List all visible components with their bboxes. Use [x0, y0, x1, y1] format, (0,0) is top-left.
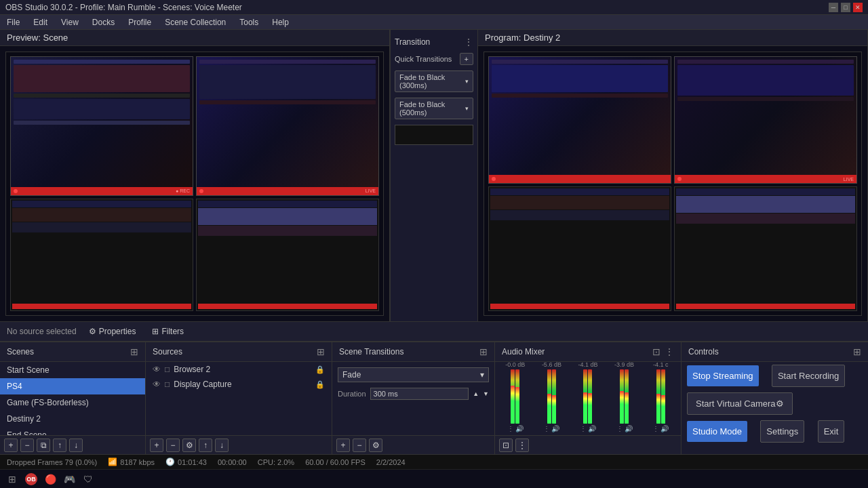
scene-item-game[interactable]: Game (FS-Borderless) — [0, 394, 145, 411]
add-quick-transition-button[interactable]: + — [460, 53, 473, 65]
filters-button[interactable]: ⊞ Filters — [148, 325, 188, 338]
menu-docks[interactable]: Docks — [90, 16, 117, 28]
fader-bar-destiny-r[interactable] — [552, 369, 556, 424]
mute-btn-app[interactable]: ⋮ — [507, 425, 514, 432]
fader-bar-mic1-l[interactable] — [583, 369, 587, 424]
obs-taskbar-icon[interactable]: OB — [24, 472, 38, 486]
scenes-toolbar: + − ⧉ ↑ ↓ — [0, 435, 145, 454]
duration-input[interactable]: 300 ms — [370, 388, 469, 400]
transition-type-select[interactable]: Fade ▾ — [338, 367, 489, 382]
fader-bar-app-l[interactable] — [511, 369, 515, 424]
scene-item-destiny2[interactable]: Destiny 2 — [0, 411, 145, 427]
transition-settings-button[interactable]: ⚙ — [369, 439, 382, 452]
mute-btn-destiny[interactable]: ⋮ — [543, 425, 550, 432]
fader-bar-mic2-l[interactable] — [620, 369, 624, 424]
audio-settings-btn[interactable]: ⋮ — [515, 439, 529, 452]
audio-monitor-btn[interactable]: ⊡ — [499, 439, 513, 452]
remove-transition-button[interactable]: − — [353, 439, 366, 452]
menu-edit[interactable]: Edit — [31, 16, 50, 28]
settings-button[interactable]: Settings — [760, 420, 804, 443]
lock-icon-2[interactable]: 🔒 — [315, 380, 325, 389]
exit-button[interactable]: Exit — [818, 420, 845, 443]
source-item-browser2[interactable]: 👁 □ Browser 2 🔒 — [146, 362, 332, 377]
program-canvas: LIVE — [478, 46, 867, 321]
clock-icon: 🕐 — [165, 458, 175, 466]
speaker-icon-mic1[interactable]: 🔊 — [588, 425, 596, 432]
scene-item-end-scene[interactable]: End Scene — [0, 427, 145, 435]
fade-to-black-500-dropdown[interactable]: Fade to Black (500ms) ▾ — [395, 98, 473, 119]
fader-bar-rumble-l[interactable] — [656, 369, 660, 424]
fade-to-black-300-dropdown[interactable]: Fade to Black (300ms) ▾ — [395, 70, 473, 92]
mute-btn-rumble[interactable]: ⋮ — [652, 425, 659, 432]
minimize-button[interactable]: ─ — [829, 3, 838, 12]
preview-canvas[interactable]: ● REC LIVE — [0, 46, 389, 321]
duplicate-scene-button[interactable]: ⧉ — [37, 439, 50, 452]
audio-monitor-icon[interactable]: ⊡ — [652, 346, 660, 357]
speaker-icon-app[interactable]: 🔊 — [515, 425, 524, 432]
shield-taskbar-icon[interactable]: 🛡 — [81, 472, 95, 486]
mute-btn-mic1[interactable]: ⋮ — [580, 425, 587, 432]
scene-item-start-scene[interactable]: Start Scene — [0, 362, 145, 378]
channel-controls-app: ⋮ 🔊 — [507, 425, 524, 432]
properties-icon: ⚙ — [89, 327, 96, 336]
sources-panel-menu-icon[interactable]: ⊞ — [317, 346, 325, 357]
prog-panel-3 — [488, 186, 671, 311]
start-icon[interactable]: ⊞ — [5, 472, 19, 486]
channel-level-destiny: -5.6 dB — [542, 362, 561, 368]
transition-title: Transition — [395, 37, 430, 47]
properties-bar: No source selected ⚙ Properties ⊞ Filter… — [0, 321, 868, 342]
menu-tools[interactable]: Tools — [237, 16, 261, 28]
close-button[interactable]: ✕ — [853, 3, 863, 12]
studio-mode-button[interactable]: Studio Mode — [687, 421, 747, 442]
start-virtual-camera-button[interactable]: Start Virtual Camera ⚙ — [687, 392, 793, 415]
move-source-up-button[interactable]: ↑ — [199, 439, 212, 452]
speaker-icon-rumble[interactable]: 🔊 — [660, 425, 669, 432]
time-elapsed-label: 01:01:43 — [178, 458, 207, 466]
mute-btn-mic2[interactable]: ⋮ — [616, 425, 623, 432]
browser-taskbar-icon[interactable]: 🔴 — [43, 472, 57, 486]
game-taskbar-icon[interactable]: 🎮 — [62, 472, 76, 486]
fader-bar-app-r[interactable] — [515, 369, 519, 424]
fader-bar-rumble-r[interactable] — [661, 369, 665, 424]
start-recording-button[interactable]: Start Recording — [772, 365, 845, 387]
maximize-button[interactable]: □ — [841, 3, 850, 12]
visibility-icon[interactable]: 👁 — [153, 365, 161, 374]
add-scene-button[interactable]: + — [4, 439, 18, 452]
add-transition-button[interactable]: + — [336, 439, 350, 452]
move-source-down-button[interactable]: ↓ — [215, 439, 229, 452]
lock-icon[interactable]: 🔒 — [315, 365, 325, 374]
menu-view[interactable]: View — [58, 16, 81, 28]
add-source-button[interactable]: + — [150, 439, 163, 452]
fader-bar-mic1-r[interactable] — [588, 369, 592, 424]
audio-channels-container: ApplicationAudio -0.0 dB ⋮ 🔊 — [495, 362, 681, 435]
scene-item-ps4[interactable]: PS4 — [0, 378, 145, 394]
visibility-icon-2[interactable]: 👁 — [153, 380, 161, 389]
speaker-icon-destiny[interactable]: 🔊 — [551, 425, 559, 432]
properties-button[interactable]: ⚙ Properties — [85, 325, 140, 338]
source-settings-button[interactable]: ⚙ — [182, 439, 196, 452]
remove-scene-button[interactable]: − — [20, 439, 34, 452]
duration-up-icon[interactable]: ▲ — [473, 390, 479, 397]
remove-source-button[interactable]: − — [166, 439, 180, 452]
thumb-panel-1: ● REC — [10, 56, 193, 196]
source-item-display-capture[interactable]: 👁 □ Display Capture 🔒 — [146, 377, 332, 392]
audio-toolbar: ⊡ ⋮ — [495, 435, 681, 454]
controls-panel: Controls ⊞ Stop Streaming Start Recordin… — [682, 342, 868, 454]
transition-menu-icon[interactable]: ⋮ — [464, 37, 473, 47]
audio-menu-icon[interactable]: ⋮ — [665, 346, 674, 357]
move-scene-down-button[interactable]: ↓ — [69, 439, 83, 452]
menu-profile[interactable]: Profile — [125, 16, 154, 28]
controls-panel-menu-icon[interactable]: ⊞ — [853, 346, 861, 357]
speaker-icon-mic2[interactable]: 🔊 — [625, 425, 633, 432]
transitions-panel-menu-icon[interactable]: ⊞ — [479, 346, 488, 357]
fader-bar-mic2-r[interactable] — [625, 369, 629, 424]
move-scene-up-button[interactable]: ↑ — [53, 439, 66, 452]
menu-file[interactable]: File — [4, 16, 22, 28]
stop-streaming-button[interactable]: Stop Streaming — [687, 365, 759, 386]
fader-bar-destiny-l[interactable] — [547, 369, 551, 424]
duration-down-icon[interactable]: ▼ — [483, 390, 489, 397]
virtual-cam-settings-icon[interactable]: ⚙ — [776, 399, 784, 409]
menu-scene-collection[interactable]: Scene Collection — [162, 16, 229, 28]
scenes-panel-menu-icon[interactable]: ⊞ — [130, 346, 138, 357]
menu-help[interactable]: Help — [269, 16, 292, 28]
